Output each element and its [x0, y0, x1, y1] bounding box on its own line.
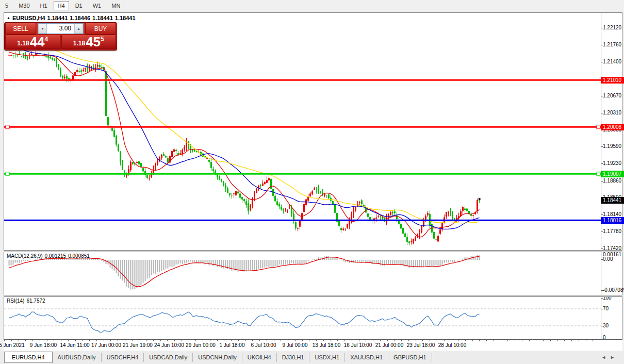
time-tick-mark	[25, 340, 26, 341]
current-price-badge: 1.18441	[601, 197, 624, 204]
price-level-badge: 1.18016	[601, 217, 624, 224]
chart-tab-usdx[interactable]: USDX,H1	[309, 353, 345, 362]
time-axis-label: 9 Jul 00:00	[283, 342, 308, 348]
time-tick-mark	[593, 340, 593, 341]
time-tick-mark	[437, 340, 437, 341]
buy-price-small: 1.18	[73, 40, 85, 47]
time-tick-mark	[75, 340, 76, 341]
time-tick-mark	[458, 340, 458, 341]
time-tick-mark	[32, 340, 33, 341]
time-tick-mark	[19, 340, 19, 341]
splitter-price-macd[interactable]	[4, 250, 622, 252]
time-tick-mark	[4, 340, 5, 341]
price-tick-label: 1.22120	[603, 25, 621, 30]
timeframe-h4[interactable]: H4	[54, 1, 69, 10]
time-tick-mark	[89, 340, 90, 341]
chart-tab-usdchf[interactable]: USDCHF,H4	[102, 353, 144, 362]
time-tick-mark	[416, 340, 416, 341]
rsi-axis-label: 30	[603, 323, 609, 328]
time-axis-label: 13 Jul 18:00	[313, 342, 341, 348]
time-tick-mark	[195, 340, 196, 341]
ohlc-high: 1.18446	[70, 15, 90, 21]
time-tick-mark	[571, 340, 572, 341]
time-tick-mark	[274, 340, 274, 341]
timeframe-d1[interactable]: D1	[71, 1, 87, 10]
rsi-label: RSI(14)61.7572	[7, 298, 47, 304]
time-tick-mark	[401, 340, 402, 341]
time-tick-mark	[54, 340, 54, 341]
time-tick-mark	[182, 340, 182, 341]
time-tick-mark	[104, 340, 104, 341]
price-tick-label: 1.20310	[603, 110, 621, 115]
time-tick-mark	[259, 340, 260, 341]
time-tick-mark	[557, 340, 558, 341]
sell-price[interactable]: 1.18 44 4	[5, 35, 60, 49]
time-tick-mark	[302, 340, 303, 341]
price-tick-label: 1.19230	[603, 160, 621, 166]
price-level-badge: 1.20008	[601, 124, 624, 130]
time-axis: 5 Jun 20219 Jun 18:0014 Jun 11:0017 Jun …	[4, 339, 622, 351]
chart-tab-xauusd[interactable]: XAUUSD,H1	[345, 353, 388, 362]
chart-tab-gbpusd[interactable]: GBPUSD,H1	[388, 353, 432, 362]
price-tick-label: 1.20670	[603, 93, 621, 98]
time-tick-mark	[352, 340, 352, 341]
time-tick-mark	[529, 340, 530, 341]
price-level-badge: 1.21010	[601, 77, 624, 84]
timeframe-h1[interactable]: H1	[36, 1, 52, 10]
sell-price-big: 44	[30, 36, 45, 48]
chart-tab-audusd[interactable]: AUDUSD,Daily	[53, 353, 102, 362]
time-tick-mark	[444, 340, 445, 341]
time-tick-mark	[118, 340, 118, 341]
buy-button[interactable]: BUY	[85, 23, 116, 35]
ohlc-close: 1.18441	[115, 15, 136, 21]
time-tick-mark	[267, 340, 267, 341]
rsi-indicator-canvas[interactable]	[4, 297, 601, 339]
splitter-macd-rsi[interactable]	[4, 295, 622, 297]
time-tick-mark	[515, 340, 515, 341]
chart-symbol: EURUSD,H4	[12, 15, 45, 21]
time-tick-mark	[479, 340, 480, 341]
time-tick-mark	[380, 340, 381, 341]
collapse-triangle-icon[interactable]: ▲	[7, 16, 10, 20]
chart-tab-eurusd[interactable]: EURUSD,H4	[4, 352, 53, 363]
chart-tab-dj30[interactable]: DJ30,H1	[277, 353, 310, 362]
timeframe-m30[interactable]: M30	[14, 1, 34, 10]
price-tick-label: 1.19590	[603, 143, 621, 149]
time-tick-mark	[61, 340, 61, 341]
time-tick-mark	[344, 340, 345, 341]
price-tick-label: 1.21400	[603, 59, 621, 64]
time-axis-label: 23 Jul 18:00	[407, 342, 435, 348]
timeframe-mn[interactable]: MN	[107, 1, 124, 10]
time-tick-mark	[288, 340, 288, 341]
time-tick-mark	[579, 340, 579, 341]
macd-indicator-canvas[interactable]	[4, 252, 601, 295]
time-tick-mark	[586, 340, 586, 341]
chart-tab-ukoil[interactable]: UKOil,H4	[242, 353, 277, 362]
time-tick-mark	[337, 340, 338, 341]
volume-up-icon[interactable]: ▲	[74, 24, 83, 34]
chart-tab-usdcad[interactable]: USDCAD,Daily	[144, 353, 193, 362]
time-tick-mark	[507, 340, 508, 341]
sell-button[interactable]: SELL	[5, 23, 36, 35]
rsi-axis-label: 70	[603, 306, 609, 311]
time-tick-mark	[422, 340, 423, 341]
chart-tab-usdcnh[interactable]: USDCNH,Daily	[193, 353, 242, 362]
time-tick-mark	[408, 340, 409, 341]
buy-price[interactable]: 1.18 45 5	[61, 35, 117, 49]
sell-price-small: 1.18	[17, 40, 29, 47]
time-tick-mark	[323, 340, 324, 341]
time-axis-label: 21 Jun 19:00	[123, 342, 153, 348]
tab-scroll-arrows[interactable]: ◄►	[601, 355, 619, 360]
time-tick-mark	[11, 340, 12, 341]
time-tick-mark	[394, 340, 395, 341]
time-tick-mark	[252, 340, 253, 341]
volume-down-icon[interactable]: ▼	[38, 24, 47, 34]
time-tick-mark	[359, 340, 359, 341]
time-axis-label: 28 Jul 10:00	[438, 342, 467, 348]
time-tick-mark	[295, 340, 295, 341]
timeframe-w1[interactable]: W1	[89, 1, 106, 10]
timeframe-5[interactable]: 5	[1, 1, 12, 10]
volume-value[interactable]: 3.00	[47, 24, 74, 34]
time-tick-mark	[167, 340, 168, 341]
time-tick-mark	[153, 340, 154, 341]
